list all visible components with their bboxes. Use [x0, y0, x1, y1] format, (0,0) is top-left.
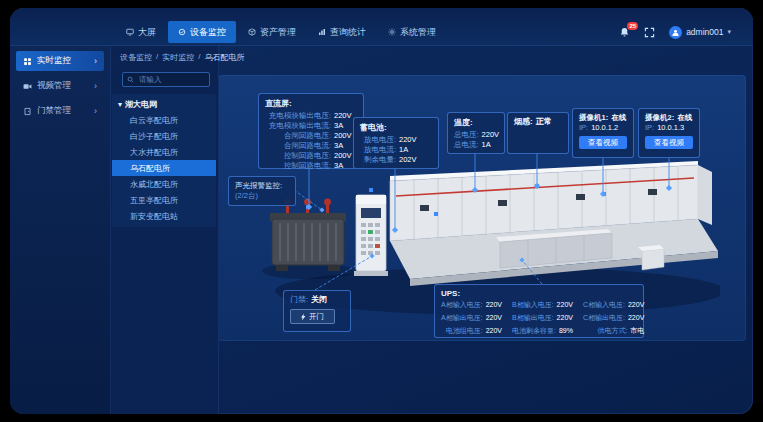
metric-value: 220V: [482, 130, 500, 140]
ups-metrics-grid: A相输入电压:220V B相输入电压:220V C相输入电压:220V A相输出…: [441, 300, 637, 336]
ups-panel-title: UPS:: [441, 289, 637, 298]
user-caret-icon: ▾: [727, 28, 731, 36]
sidebar-item-realtime-monitoring[interactable]: 实时监控 ›: [16, 51, 104, 71]
tree-search-box: [122, 72, 210, 87]
breadcrumb-separator: /: [198, 52, 200, 63]
gear-icon: [388, 28, 396, 36]
metric-label: 充电模块输出电压:: [265, 111, 331, 121]
sidebar: 实时监控 › 视频管理 › 门禁管理 ›: [10, 46, 111, 414]
metric-label: 控制回路电压:: [265, 151, 331, 161]
metric-label: 合闸回路电流:: [265, 141, 331, 151]
metric-label: A相输入电压:: [441, 300, 483, 310]
metric-value: 200V: [334, 151, 352, 161]
smoke-status: 正常: [536, 117, 552, 127]
tree-item-station[interactable]: 大水井配电所: [112, 144, 216, 160]
breadcrumb-separator: /: [156, 52, 158, 63]
fullscreen-button[interactable]: [644, 27, 655, 38]
screen: 大屏 设备监控 资产管理 查询统计 系统管理: [0, 0, 763, 422]
nav-tabs: 大屏 设备监控 资产管理 查询统计 系统管理: [116, 19, 446, 45]
tab-label: 资产管理: [260, 26, 296, 39]
metric-value: 3A: [334, 161, 343, 171]
asset-cube-icon: [248, 28, 256, 36]
metric-label: 供电方式:: [597, 326, 627, 336]
tab-asset-management[interactable]: 资产管理: [238, 21, 306, 43]
tree-root-grid[interactable]: ▾ 湖大电网: [112, 97, 216, 112]
sidebar-item-access-control[interactable]: 门禁管理 ›: [16, 101, 104, 121]
notifications-button[interactable]: 25: [619, 27, 630, 38]
metric-value: 202V: [399, 155, 417, 165]
notification-badge: 25: [627, 22, 638, 30]
tree-item-station[interactable]: 白云亭配电所: [112, 112, 216, 128]
tab-label: 查询统计: [330, 26, 366, 39]
sidebar-item-label: 实时监控: [37, 55, 71, 67]
dc-panel-title: 直流屏:: [265, 98, 357, 109]
breadcrumb: 设备监控 / 实时监控 / 乌石配电所: [120, 52, 244, 63]
temperature-panel: 温度: 总电压:220V 总电流:1A: [447, 112, 505, 154]
metric-label: 放电电流:: [360, 145, 396, 155]
sidebar-item-label: 门禁管理: [37, 105, 71, 117]
metric-value: 市电: [630, 326, 644, 336]
breadcrumb-realtime-monitoring[interactable]: 实时监控: [162, 52, 194, 63]
metric-value: 220V: [628, 300, 644, 310]
metric-value: 89%: [559, 326, 573, 336]
bolt-icon: [301, 313, 306, 321]
search-icon: [127, 76, 134, 83]
audible-visual-alarm-panel: 声光报警监控: (2/2台): [228, 176, 296, 206]
user-icon: [671, 28, 680, 37]
equipment-marker[interactable]: [306, 205, 310, 209]
sidebar-item-label: 视频管理: [37, 80, 71, 92]
ip-label: IP:: [645, 123, 654, 133]
metric-label: 电池组电压:: [446, 326, 483, 336]
smoke-sensor-panel: 烟感:正常: [507, 112, 569, 154]
metric-value: 220V: [486, 313, 502, 323]
sidebar-item-video-management[interactable]: 视频管理 ›: [16, 76, 104, 96]
top-navbar: 大屏 设备监控 资产管理 查询统计 系统管理: [10, 8, 753, 46]
search-input[interactable]: [137, 74, 205, 85]
door-access-panel: 门禁:关闭 开门: [283, 290, 351, 332]
ip-label: IP:: [579, 123, 588, 133]
metric-value: 1A: [482, 140, 491, 150]
equipment-marker[interactable]: [602, 192, 606, 196]
equipment-marker[interactable]: [369, 188, 373, 192]
ups-panel: UPS: A相输入电压:220V B相输入电压:220V C相输入电压:220V…: [434, 284, 644, 338]
temperature-panel-title: 温度:: [454, 117, 498, 128]
chevron-right-icon: ›: [94, 56, 97, 66]
chevron-right-icon: ›: [94, 81, 97, 91]
nav-right-cluster: 25 admin001 ▾: [619, 19, 731, 45]
camera2-view-video-button[interactable]: 查看视频: [645, 136, 693, 149]
metric-value: 220V: [486, 326, 502, 336]
tab-device-monitoring[interactable]: 设备监控: [168, 21, 236, 43]
camera1-view-video-button[interactable]: 查看视频: [579, 136, 627, 149]
metric-value: 3A: [334, 141, 343, 151]
metric-label: C相输出电压:: [583, 313, 625, 323]
tree-item-station[interactable]: 新安变配电站: [112, 208, 216, 224]
metric-label: C相输入电压:: [583, 300, 625, 310]
tab-system-management[interactable]: 系统管理: [378, 21, 446, 43]
open-door-button[interactable]: 开门: [290, 309, 335, 324]
app-window: 大屏 设备监控 资产管理 查询统计 系统管理: [10, 8, 753, 414]
camera2-panel: 摄像机2:在线 IP:10.0.1.3 查看视频: [638, 108, 700, 158]
metric-label: B相输入电压:: [512, 300, 554, 310]
camera2-title: 摄像机2:: [645, 113, 674, 123]
dc-screen-panel: 直流屏: 充电模块输出电压:220V 充电模块输出电流:3A 合闸回路电压:20…: [258, 93, 364, 169]
smoke-label: 烟感:: [514, 117, 533, 127]
tree-item-station[interactable]: 永威北配电所: [112, 176, 216, 192]
tab-big-screen[interactable]: 大屏: [116, 21, 166, 43]
metric-label: 总电流:: [454, 140, 479, 150]
tree-item-station[interactable]: 五里亭配电所: [112, 192, 216, 208]
tab-label: 系统管理: [400, 26, 436, 39]
equipment-marker[interactable]: [434, 212, 438, 216]
metric-value: 3A: [334, 121, 343, 131]
alarm-count: (2/2台): [235, 191, 289, 201]
station-tree: ▾ 湖大电网 白云亭配电所 白沙子配电所 大水井配电所 乌石配电所 永威北配电所…: [112, 94, 216, 227]
tree-item-station[interactable]: 白沙子配电所: [112, 128, 216, 144]
metric-value: 220V: [486, 300, 502, 310]
metric-label: 控制回路电流:: [265, 161, 331, 171]
tree-item-station-selected[interactable]: 乌石配电所: [112, 160, 216, 176]
battery-panel: 蓄电池: 放电电压:220V 放电电流:1A 剩余电量:202V: [353, 117, 439, 169]
equipment-marker[interactable]: [535, 184, 539, 188]
breadcrumb-device-monitoring[interactable]: 设备监控: [120, 52, 152, 63]
user-menu[interactable]: admin001 ▾: [669, 26, 731, 39]
tab-query-statistics[interactable]: 查询统计: [308, 21, 376, 43]
big-screen-icon: [126, 28, 134, 36]
